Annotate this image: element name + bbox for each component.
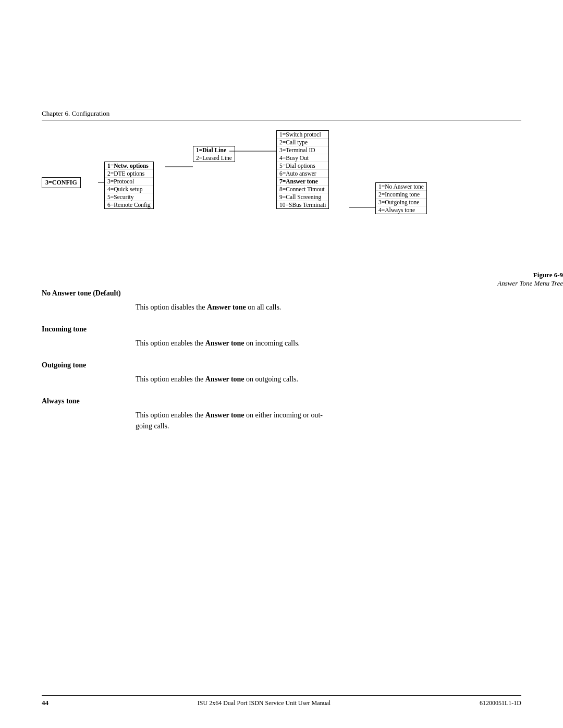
col3-item: 10=SBus Terminati — [277, 201, 328, 208]
section-text-incoming: This option enables the Answer tone on i… — [136, 338, 521, 349]
config-label: 3=CONFIG — [45, 179, 77, 186]
col1-item: 4=Quick setup — [105, 186, 153, 193]
config-box: 3=CONFIG — [42, 177, 81, 188]
footer-page-number: 44 — [42, 699, 48, 707]
footer: 44 ISU 2x64 Dual Port ISDN Service Unit … — [42, 695, 521, 707]
section-heading-no-answer: No Answer tone (Default) — [42, 289, 521, 298]
bold-answer-tone: Answer tone — [207, 303, 246, 311]
col4-item: 3=Outgoing tone — [376, 199, 426, 206]
col3-item: 2=Call type — [277, 139, 328, 146]
figure-number: Figure 6-9 — [83, 271, 563, 279]
chapter-header: Chapter 6. Configuration — [42, 109, 521, 120]
section-heading-always: Always tone — [42, 397, 521, 405]
section-outgoing-tone: Outgoing tone This option enables the An… — [42, 361, 521, 385]
col4-menu: 1=No Answer tone 2=Incoming tone 3=Outgo… — [375, 182, 427, 214]
col4-item: 2=Incoming tone — [376, 191, 426, 199]
col3-item: 1=Switch protocl — [277, 131, 328, 139]
col2-menu: 1=Dial Line 2=Leased Line — [193, 146, 235, 162]
col1-item: 2=DTE options — [105, 170, 153, 178]
bold-answer-tone: Answer tone — [205, 339, 244, 347]
section-text-outgoing: This option enables the Answer tone on o… — [136, 374, 521, 385]
bold-answer-tone: Answer tone — [205, 375, 244, 383]
col3-answer-tone: 7=Answer tone — [277, 178, 328, 186]
col3-item: 3=Terminal ID — [277, 146, 328, 154]
col3-menu: 1=Switch protocl 2=Call type 3=Terminal … — [276, 130, 329, 209]
col2-item: 2=Leased Line — [193, 154, 235, 162]
section-heading-incoming: Incoming tone — [42, 325, 521, 334]
section-incoming-tone: Incoming tone This option enables the An… — [42, 325, 521, 349]
col1-item: 5=Security — [105, 193, 153, 201]
col3-item: 5=Dial options — [277, 162, 328, 170]
col4-items: 1=No Answer tone 2=Incoming tone 3=Outgo… — [375, 182, 427, 214]
section-always-tone: Always tone This option enables the Answ… — [42, 397, 521, 431]
col4-item: 4=Always tone — [376, 206, 426, 214]
chapter-title: Chapter 6. Configuration — [42, 109, 109, 118]
content-body: No Answer tone (Default) This option dis… — [42, 289, 521, 444]
col2-title: 1=Dial Line — [193, 146, 235, 154]
footer-manual-title: ISU 2x64 Dual Port ISDN Service Unit Use… — [198, 699, 331, 707]
section-text-no-answer: This option disables the Answer tone on … — [136, 302, 521, 313]
figure-caption: Figure 6-9 Answer Tone Menu Tree — [83, 271, 563, 288]
menu-tree: 3=CONFIG 1=Netw. options 2=DTE options 3… — [42, 130, 521, 266]
col1-title: 1=Netw. options — [105, 162, 153, 170]
page: Chapter 6. Configuration 3=CONFIG — [0, 0, 563, 728]
col1-items: 1=Netw. options 2=DTE options 3=Protocol… — [104, 162, 154, 209]
col1-item: 6=Remote Config — [105, 201, 153, 208]
figure-title: Answer Tone Menu Tree — [83, 279, 563, 288]
footer-product-code: 61200051L1-1D — [480, 699, 521, 707]
col1-menu: 1=Netw. options 2=DTE options 3=Protocol… — [104, 162, 154, 209]
section-heading-outgoing: Outgoing tone — [42, 361, 521, 369]
col3-item: 9=Call Screening — [277, 193, 328, 201]
col3-items: 1=Switch protocl 2=Call type 3=Terminal … — [276, 130, 329, 209]
col2-items: 1=Dial Line 2=Leased Line — [193, 146, 235, 162]
col3-item: 4=Busy Out — [277, 154, 328, 162]
col3-item: 6=Auto answer — [277, 170, 328, 178]
col1-item: 3=Protocol — [105, 178, 153, 186]
menu-tree-container: 3=CONFIG 1=Netw. options 2=DTE options 3… — [42, 130, 521, 288]
col4-item: 1=No Answer tone — [376, 183, 426, 191]
section-text-always: This option enables the Answer tone on e… — [136, 410, 521, 431]
section-no-answer-tone: No Answer tone (Default) This option dis… — [42, 289, 521, 313]
bold-answer-tone: Answer tone — [205, 411, 244, 419]
col3-item: 8=Connect Timout — [277, 186, 328, 193]
